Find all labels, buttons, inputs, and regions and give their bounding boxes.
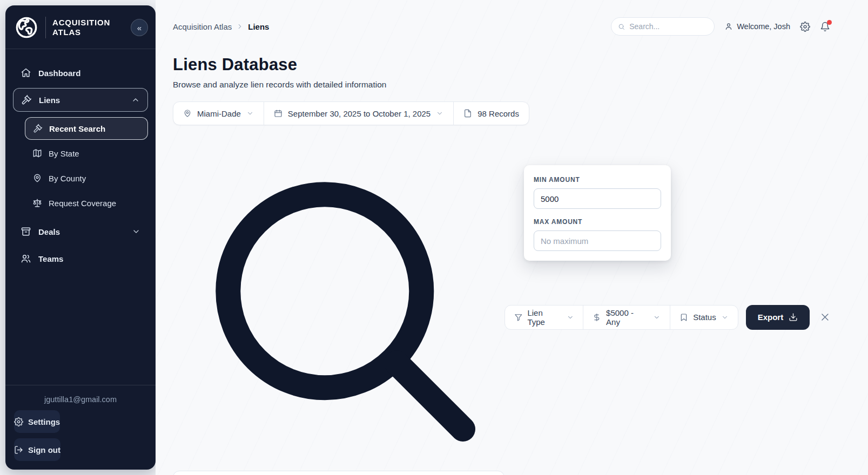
topbar-right: Welcome, Josh [611, 17, 830, 36]
map-icon [32, 148, 42, 158]
min-amount-input[interactable] [534, 188, 661, 209]
dollar-icon [593, 313, 601, 322]
record-count: 98 Records [477, 109, 519, 118]
settings-label: Settings [28, 417, 60, 426]
nav-label: Teams [38, 254, 63, 263]
nav-label: Request Coverage [49, 199, 116, 208]
gavel-icon [21, 94, 32, 105]
record-count-chip: 98 Records [453, 102, 529, 125]
logout-icon [14, 445, 23, 454]
welcome-text: Welcome, Josh [737, 22, 790, 31]
table-search-input[interactable] [173, 471, 504, 475]
sidebar-header: ACQUISITION ATLAS « [5, 5, 156, 49]
max-amount-input[interactable] [534, 230, 661, 251]
amount-filter[interactable]: $5000 - Any [583, 306, 670, 329]
archive-box-icon [21, 226, 31, 237]
chevron-up-icon [131, 96, 140, 104]
document-icon [463, 109, 472, 118]
nav-label: By County [49, 174, 86, 183]
funnel-icon [514, 313, 523, 322]
chevron-down-icon [567, 314, 574, 321]
sidebar-nav: Dashboard Liens Recent Search By State B… [5, 49, 156, 270]
nav-label: Recent Search [49, 124, 105, 133]
status-filter-label: Status [693, 313, 716, 322]
chevron-down-icon [436, 110, 443, 117]
page-title: Liens Database [173, 55, 830, 74]
table-search [173, 139, 504, 475]
filter-toolbar: Lien Type $5000 - Any Status Export MIN … [173, 139, 830, 475]
nav-label: Dashboard [38, 69, 80, 78]
chevron-down-icon [721, 314, 729, 321]
sidebar-item-recent-search[interactable]: Recent Search [25, 117, 148, 140]
export-button[interactable]: Export [746, 305, 810, 330]
scales-icon [32, 198, 42, 208]
chevron-down-icon [132, 227, 140, 236]
calendar-icon [274, 109, 282, 118]
search-icon [618, 23, 625, 31]
date-range-chip[interactable]: September 30, 2025 to October 1, 2025 [264, 102, 453, 125]
location-pin-icon [183, 109, 192, 118]
nav-label: Liens [39, 96, 60, 105]
home-icon [21, 67, 31, 78]
min-amount-label: MIN AMOUNT [534, 176, 661, 184]
main-content: Acquisition Atlas Liens Welcome, Josh Li… [156, 0, 868, 475]
export-label: Export [758, 313, 784, 322]
user-email: jguttilla1@gmail.com [5, 392, 156, 410]
amount-range-popover: MIN AMOUNT MAX AMOUNT [524, 165, 671, 261]
global-search-input[interactable] [629, 22, 708, 31]
welcome-user: Welcome, Josh [724, 22, 790, 31]
nav-label: Deals [38, 227, 60, 236]
notifications-button[interactable] [820, 22, 830, 32]
collapse-chevrons-icon: « [137, 23, 142, 32]
download-icon [789, 313, 798, 322]
notification-badge [827, 20, 832, 25]
summary-chipbar: Miami-Dade September 30, 2025 to October… [173, 101, 529, 125]
breadcrumb-current: Liens [248, 22, 269, 31]
filter-group: Lien Type $5000 - Any Status [504, 305, 738, 330]
sidebar-item-request-coverage[interactable]: Request Coverage [25, 192, 148, 214]
max-amount-label: MAX AMOUNT [534, 218, 661, 226]
date-range-value: September 30, 2025 to October 1, 2025 [288, 109, 430, 118]
sign-out-button[interactable]: Sign out [14, 438, 60, 461]
sidebar-item-teams[interactable]: Teams [13, 247, 148, 270]
chevron-down-icon [246, 110, 254, 117]
brand-name: ACQUISITION ATLAS [52, 18, 124, 37]
sidebar-item-by-county[interactable]: By County [25, 167, 148, 189]
globe-logo-icon [14, 15, 39, 40]
gavel-icon [33, 124, 43, 133]
sidebar-collapse-button[interactable]: « [131, 19, 148, 36]
location-pin-icon [32, 173, 42, 183]
sign-out-label: Sign out [28, 445, 60, 454]
breadcrumb: Acquisition Atlas Liens [173, 22, 269, 31]
sidebar-footer-divider [5, 385, 156, 385]
topbar: Acquisition Atlas Liens Welcome, Josh [173, 17, 830, 36]
close-filters-icon[interactable] [820, 312, 830, 322]
sidebar: ACQUISITION ATLAS « Dashboard Liens Rece… [5, 5, 156, 470]
amount-filter-value: $5000 - Any [606, 308, 648, 327]
lien-type-label: Lien Type [527, 308, 561, 327]
page-subtitle: Browse and analyze lien records with det… [173, 80, 830, 90]
sidebar-item-dashboard[interactable]: Dashboard [13, 61, 148, 85]
sidebar-footer: jguttilla1@gmail.com Settings Sign out [5, 385, 156, 470]
sidebar-item-liens[interactable]: Liens [13, 88, 148, 112]
settings-button[interactable]: Settings [14, 410, 60, 433]
breadcrumb-root[interactable]: Acquisition Atlas [173, 22, 232, 31]
gear-icon[interactable] [800, 22, 810, 32]
bookmark-icon [679, 313, 688, 322]
nav-label: By State [49, 149, 79, 158]
county-value: Miami-Dade [197, 109, 241, 118]
gear-icon [14, 417, 23, 426]
brand-divider [45, 17, 46, 38]
global-search [611, 17, 715, 36]
status-filter[interactable]: Status [670, 306, 738, 329]
people-icon [21, 253, 31, 264]
person-icon [724, 22, 733, 31]
chevron-right-icon [236, 23, 244, 30]
county-filter-chip[interactable]: Miami-Dade [173, 102, 264, 125]
liens-submenu: Recent Search By State By County Request… [25, 117, 148, 214]
search-icon [173, 139, 504, 471]
lien-type-filter[interactable]: Lien Type [505, 306, 583, 329]
sidebar-item-deals[interactable]: Deals [13, 220, 148, 243]
sidebar-item-by-state[interactable]: By State [25, 142, 148, 165]
chevron-down-icon [653, 314, 661, 321]
